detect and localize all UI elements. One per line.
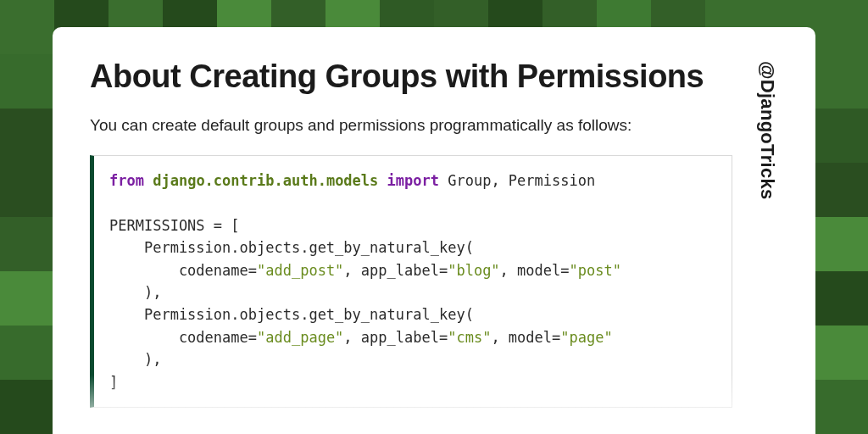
code-arg-mid: , app_label= <box>343 262 448 279</box>
string-literal: "add_post" <box>257 262 343 279</box>
page-title: About Creating Groups with Permissions <box>90 58 732 96</box>
code-line: Permission.objects.get_by_natural_key( <box>109 306 474 323</box>
code-arg-mid: , model= <box>500 262 570 279</box>
string-literal: "blog" <box>448 262 499 279</box>
import-names: Group, Permission <box>439 172 595 189</box>
code-block: from django.contrib.auth.models import G… <box>90 155 732 407</box>
author-handle: @DjangoTricks <box>756 58 778 403</box>
content-column: About Creating Groups with Permissions Y… <box>90 58 732 403</box>
string-literal: "add_page" <box>257 329 343 346</box>
string-literal: "cms" <box>448 329 491 346</box>
code-arg-prefix: codename= <box>109 262 257 279</box>
code-arg-mid: , model= <box>491 329 560 346</box>
code-arg-prefix: codename= <box>109 329 257 346</box>
content-card: About Creating Groups with Permissions Y… <box>53 27 815 434</box>
code-line: PERMISSIONS = [ <box>109 217 240 234</box>
code-arg-mid: , app_label= <box>343 329 448 346</box>
module-path: django.contrib.auth.models <box>153 172 378 189</box>
description-text: You can create default groups and permis… <box>90 114 732 137</box>
code-line: ), <box>109 351 161 368</box>
string-literal: "post" <box>570 262 621 279</box>
keyword-import: import <box>387 172 439 189</box>
code-line: ), <box>109 284 161 301</box>
keyword-from: from <box>109 172 144 189</box>
code-line: ] <box>109 374 118 391</box>
code-line: Permission.objects.get_by_natural_key( <box>109 239 474 256</box>
string-literal: "page" <box>560 329 612 346</box>
